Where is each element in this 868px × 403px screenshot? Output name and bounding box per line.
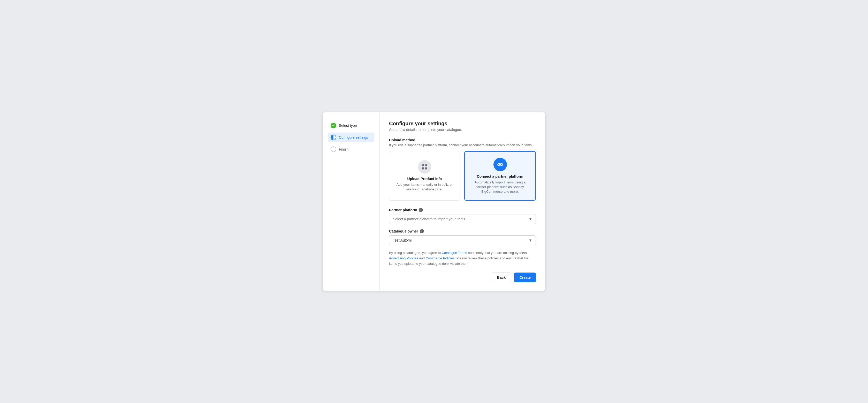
partner-platform-select[interactable]: Select a partner platform to import your… <box>389 214 536 224</box>
footer-buttons: Back Create <box>389 273 536 282</box>
step-label-configure-settings: Configure settings <box>339 135 368 139</box>
grid-icon <box>421 164 428 170</box>
partner-platform-select-wrapper: Select a partner platform to import your… <box>389 214 536 224</box>
advertising-policies-link[interactable]: Advertising Policies <box>389 256 418 260</box>
upload-product-icon <box>418 160 431 174</box>
partner-platform-info-icon[interactable]: i <box>419 208 423 212</box>
upload-method-desc: If you use a supported partner platform,… <box>389 143 536 147</box>
catalogue-owner-section: Catalogue owner i Test Automi ▼ <box>389 229 536 245</box>
partner-platform-icon <box>493 158 507 171</box>
option-manual-title: Upload Product Info <box>407 177 442 181</box>
option-card-partner[interactable]: Connect a partner platform Automatically… <box>464 151 536 201</box>
sidebar-item-finish[interactable]: Finish <box>328 144 374 154</box>
upload-options: Upload Product Info Add your items manua… <box>389 151 536 201</box>
wizard-container: Select type Configure settings Finish Co… <box>323 112 545 291</box>
partner-platform-section: Partner platform i Select a partner plat… <box>389 208 536 224</box>
create-button[interactable]: Create <box>514 273 536 282</box>
step-label-select-type: Select type <box>339 124 357 128</box>
checkmark-icon <box>332 124 335 127</box>
option-partner-desc: Automatically import items using a partn… <box>470 180 530 194</box>
catalogue-owner-info-icon[interactable]: i <box>420 229 424 233</box>
option-manual-desc: Add your items manually or in bulk, or u… <box>395 182 455 192</box>
commerce-policies-link[interactable]: Commerce Policies <box>426 256 455 260</box>
sidebar-item-configure-settings[interactable]: Configure settings <box>328 133 374 142</box>
back-button[interactable]: Back <box>492 273 511 282</box>
step-icon-select-type <box>331 123 336 128</box>
step-label-finish: Finish <box>339 147 348 152</box>
main-content: Configure your settings Add a few detail… <box>380 112 545 291</box>
link-icon <box>497 161 503 168</box>
step-icon-finish <box>331 146 336 152</box>
page-title: Configure your settings <box>389 121 536 127</box>
catalogue-terms-link[interactable]: Catalogue Terms <box>442 251 467 255</box>
option-partner-title: Connect a partner platform <box>477 174 523 178</box>
step-icon-configure-settings <box>331 135 336 140</box>
catalogue-owner-select-wrapper: Test Automi ▼ <box>389 235 536 245</box>
option-card-manual[interactable]: Upload Product Info Add your items manua… <box>389 151 460 201</box>
catalogue-owner-select[interactable]: Test Automi <box>389 235 536 245</box>
upload-method-label: Upload method <box>389 138 536 142</box>
sidebar: Select type Configure settings Finish <box>323 112 380 291</box>
page-subtitle: Add a few details to complete your catal… <box>389 128 536 132</box>
sidebar-item-select-type[interactable]: Select type <box>328 121 374 130</box>
partner-platform-label: Partner platform i <box>389 208 536 212</box>
catalogue-owner-label: Catalogue owner i <box>389 229 536 233</box>
terms-text: By using a catalogue, you agree to Catal… <box>389 250 536 266</box>
